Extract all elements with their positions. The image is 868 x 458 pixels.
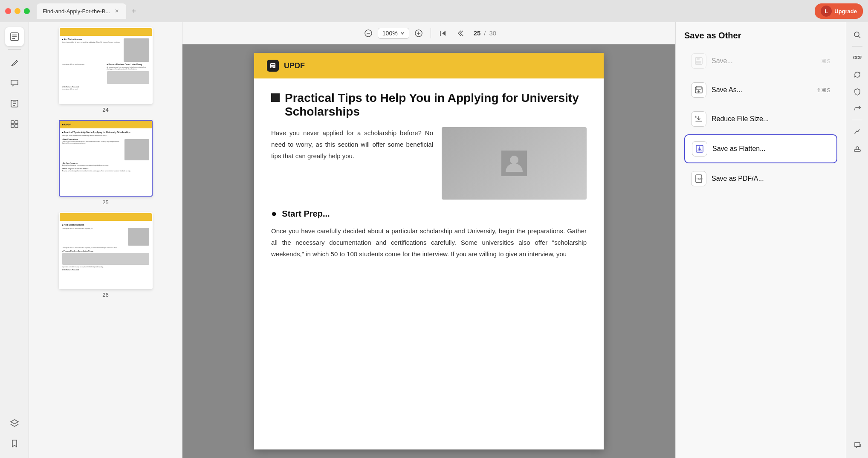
user-avatar: L <box>821 6 832 17</box>
total-pages: 30 <box>489 29 496 37</box>
pdf-image-1 <box>442 127 587 200</box>
pdf-content: Practical Tips to Help You in Applying f… <box>254 78 604 281</box>
traffic-lights <box>5 8 30 14</box>
flatten-icon <box>692 141 707 157</box>
active-tab[interactable]: Find-and-Apply-For-the-B... ✕ <box>37 3 126 19</box>
zoom-out-button[interactable] <box>362 26 375 40</box>
sidebar-item-organize[interactable] <box>5 115 24 133</box>
svg-rect-7 <box>11 125 14 128</box>
rt-divider-1 <box>852 46 862 46</box>
save-as-shortcut: ⇧⌘S <box>816 87 830 93</box>
right-chat-button[interactable] <box>850 438 865 453</box>
pdf-viewport[interactable]: UPDF Practical Tips to Help You in Apply… <box>182 44 675 458</box>
svg-point-32 <box>854 32 859 37</box>
title-bullet-icon <box>271 93 280 102</box>
divider-1 <box>8 49 21 50</box>
flatten-label: Save as Flatten... <box>712 145 825 153</box>
thumbnail-img-25: ■ UPDF ■ Practical Tips to Help You in A… <box>59 120 153 197</box>
reduce-icon <box>691 111 706 127</box>
right-protect-button[interactable] <box>850 84 865 99</box>
zoom-controls: 100% <box>362 26 425 40</box>
upgrade-label: Upgrade <box>834 8 857 14</box>
save-shortcut: ⌘S <box>821 58 830 64</box>
first-page-button[interactable] <box>436 26 450 40</box>
thumbnail-img-24: ■ Add Distinctiveness Lorem ipsum dolor … <box>59 27 153 104</box>
svg-rect-18 <box>271 67 273 68</box>
save-as-other-panel: Save as Other Save... ⌘S <box>675 22 846 458</box>
right-stamp-button[interactable] <box>850 141 865 156</box>
right-ocr-button[interactable]: OCR <box>850 50 865 65</box>
save-as-icon <box>691 82 706 98</box>
thumbnail-num-25: 25 <box>102 199 108 206</box>
sidebar-item-edit[interactable] <box>5 94 24 113</box>
left-sidebar <box>0 22 29 458</box>
save-icon <box>691 53 706 69</box>
upgrade-button[interactable]: L Upgrade <box>815 3 863 19</box>
pdf-header: UPDF <box>254 53 604 78</box>
zoom-in-button[interactable] <box>412 26 425 40</box>
svg-rect-34 <box>854 150 860 151</box>
save-as-other-menu: Save as Other Save... ⌘S <box>676 22 846 194</box>
page-navigation: 25 / 30 <box>474 29 497 37</box>
thumbnails-panel[interactable]: ■ Add Distinctiveness Lorem ipsum dolor … <box>29 22 182 458</box>
sidebar-item-comment[interactable] <box>5 74 24 93</box>
new-tab-button[interactable]: + <box>128 5 140 17</box>
main-area: ■ Add Distinctiveness Lorem ipsum dolor … <box>0 22 868 458</box>
right-toolbar: OCR <box>846 22 868 458</box>
save-as-other-title: Save as Other <box>684 31 837 41</box>
title-bar: Find-and-Apply-For-the-B... ✕ + L Upgrad… <box>0 0 868 22</box>
minimize-button[interactable] <box>14 8 20 14</box>
svg-rect-23 <box>696 61 701 64</box>
svg-text:PDF/A: PDF/A <box>697 177 703 180</box>
toolbar: 100% 25 / 30 <box>182 22 675 44</box>
tab-bar: Find-and-Apply-For-the-B... ✕ + <box>37 3 140 19</box>
tab-close-icon[interactable]: ✕ <box>113 8 120 14</box>
updf-logo-icon <box>267 60 279 72</box>
svg-rect-25 <box>696 86 701 90</box>
thumbnail-num-26: 26 <box>102 292 108 298</box>
rt-divider-2 <box>852 120 862 120</box>
save-label: Save... <box>712 57 816 65</box>
reduce-file-size-menu-item[interactable]: Reduce File Size... <box>684 105 837 133</box>
prev-page-button[interactable] <box>455 26 469 40</box>
right-search-button[interactable] <box>850 27 865 43</box>
svg-rect-16 <box>271 64 275 65</box>
pdfa-label: Save as PDF/A... <box>712 175 825 183</box>
thumbnail-page-25[interactable]: ■ UPDF ■ Practical Tips to Help You in A… <box>59 120 153 206</box>
save-flatten-menu-item[interactable]: Save as Flatten... <box>684 134 837 163</box>
pdf-section-body: Once you have carefully decided about a … <box>271 225 587 260</box>
right-convert-button[interactable] <box>850 67 865 82</box>
thumbnail-page-26[interactable]: ■ Add Distinctiveness Lorem ipsum dolor … <box>59 212 153 298</box>
sidebar-item-layers[interactable] <box>5 414 24 432</box>
right-sign-button[interactable] <box>850 124 865 139</box>
page-separator: / <box>484 29 486 37</box>
save-as-label: Save As... <box>712 86 811 94</box>
updf-logo-text: UPDF <box>284 61 305 70</box>
save-pdfa-menu-item[interactable]: PDF/A Save as PDF/A... <box>684 165 837 192</box>
save-menu-item: Save... ⌘S <box>684 47 837 75</box>
thumbnail-img-26: ■ Add Distinctiveness Lorem ipsum dolor … <box>59 212 153 289</box>
toolbar-divider-1 <box>431 28 431 38</box>
zoom-level: 100% <box>382 30 398 37</box>
close-button[interactable] <box>5 8 11 14</box>
pdf-section-title: ● Start Prep... <box>271 208 587 219</box>
zoom-display[interactable]: 100% <box>378 28 409 39</box>
save-as-menu-item[interactable]: Save As... ⇧⌘S <box>684 76 837 104</box>
content-area: 100% 25 / 30 <box>182 22 675 458</box>
current-page: 25 <box>474 29 481 37</box>
pdf-main-title: Practical Tips to Help You in Applying f… <box>271 91 587 119</box>
thumbnail-page-24[interactable]: ■ Add Distinctiveness Lorem ipsum dolor … <box>59 27 153 113</box>
svg-line-33 <box>858 36 860 38</box>
pdf-body-text: Have you never applied for a scholarship… <box>271 127 433 162</box>
right-share-button[interactable] <box>850 101 865 116</box>
sidebar-item-reader[interactable] <box>5 27 24 46</box>
reduce-label: Reduce File Size... <box>712 115 825 123</box>
sidebar-item-bookmark[interactable] <box>5 434 24 453</box>
fullscreen-button[interactable] <box>24 8 30 14</box>
svg-rect-22 <box>697 58 700 60</box>
pdfa-icon: PDF/A <box>691 171 706 186</box>
tab-label: Find-and-Apply-For-the-B... <box>43 8 110 14</box>
thumbnail-num-24: 24 <box>102 107 108 113</box>
pdf-page: UPDF Practical Tips to Help You in Apply… <box>254 53 604 449</box>
sidebar-item-pen[interactable] <box>5 53 24 72</box>
